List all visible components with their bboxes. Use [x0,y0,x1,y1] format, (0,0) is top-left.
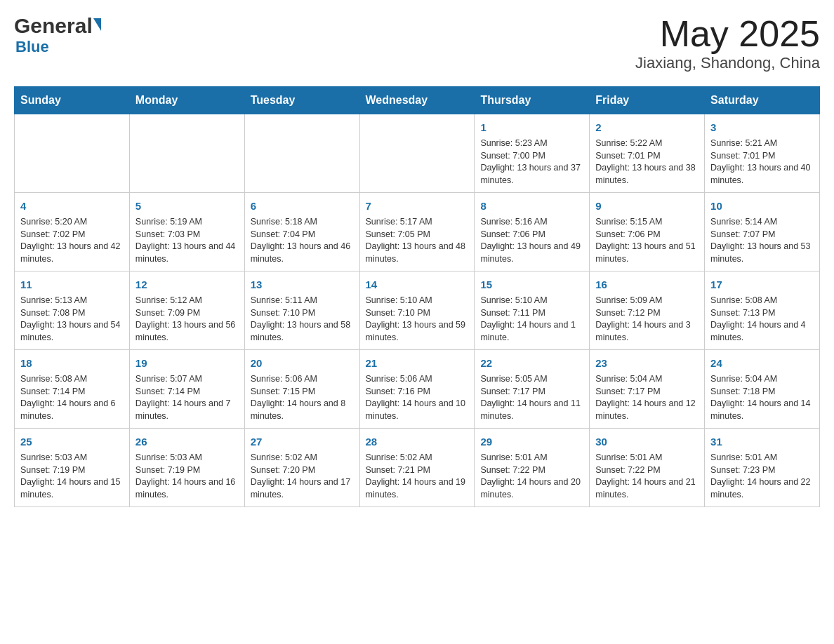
day-info: Sunrise: 5:03 AM Sunset: 7:19 PM Dayligh… [20,452,124,501]
calendar-day-cell [359,114,475,193]
day-number: 11 [20,277,124,292]
calendar-day-cell: 30Sunrise: 5:01 AM Sunset: 7:22 PM Dayli… [590,429,705,507]
day-info: Sunrise: 5:02 AM Sunset: 7:21 PM Dayligh… [366,452,469,501]
day-number: 24 [710,356,814,370]
weekday-header-thursday: Thursday [475,87,590,114]
calendar-day-cell: 14Sunrise: 5:10 AM Sunset: 7:10 PM Dayli… [359,271,475,350]
logo-arrow-icon [93,18,101,31]
day-info: Sunrise: 5:06 AM Sunset: 7:16 PM Dayligh… [366,373,469,422]
calendar-day-cell: 3Sunrise: 5:21 AM Sunset: 7:01 PM Daylig… [705,114,820,193]
calendar-day-cell [244,114,359,193]
weekday-header-row: SundayMondayTuesdayWednesdayThursdayFrid… [15,87,820,114]
calendar-day-cell: 28Sunrise: 5:02 AM Sunset: 7:21 PM Dayli… [359,429,475,507]
logo-general-text: General [14,14,93,38]
day-info: Sunrise: 5:15 AM Sunset: 7:06 PM Dayligh… [595,216,699,265]
day-info: Sunrise: 5:01 AM Sunset: 7:23 PM Dayligh… [710,452,814,501]
day-number: 26 [135,434,239,449]
day-info: Sunrise: 5:20 AM Sunset: 7:02 PM Dayligh… [20,216,124,265]
logo: General Blue [14,14,101,56]
day-info: Sunrise: 5:03 AM Sunset: 7:19 PM Dayligh… [135,452,239,501]
calendar-day-cell: 6Sunrise: 5:18 AM Sunset: 7:04 PM Daylig… [244,193,359,271]
calendar-day-cell: 7Sunrise: 5:17 AM Sunset: 7:05 PM Daylig… [359,193,475,271]
day-number: 6 [251,199,354,213]
day-info: Sunrise: 5:19 AM Sunset: 7:03 PM Dayligh… [135,216,239,265]
day-info: Sunrise: 5:10 AM Sunset: 7:10 PM Dayligh… [366,295,469,344]
calendar-day-cell: 16Sunrise: 5:09 AM Sunset: 7:12 PM Dayli… [590,271,705,350]
calendar-day-cell: 24Sunrise: 5:04 AM Sunset: 7:18 PM Dayli… [705,350,820,429]
day-info: Sunrise: 5:12 AM Sunset: 7:09 PM Dayligh… [135,295,239,344]
day-number: 16 [595,277,699,292]
calendar-day-cell: 23Sunrise: 5:04 AM Sunset: 7:17 PM Dayli… [590,350,705,429]
day-number: 7 [366,199,469,213]
day-number: 8 [480,199,583,213]
day-number: 10 [710,199,814,213]
page-header: General Blue May 2025 Jiaxiang, Shandong… [14,14,820,72]
calendar-week-row: 4Sunrise: 5:20 AM Sunset: 7:02 PM Daylig… [15,193,820,271]
day-info: Sunrise: 5:07 AM Sunset: 7:14 PM Dayligh… [135,373,239,422]
calendar-day-cell: 15Sunrise: 5:10 AM Sunset: 7:11 PM Dayli… [475,271,590,350]
day-number: 9 [595,199,699,213]
weekday-header-wednesday: Wednesday [359,87,475,114]
calendar-week-row: 18Sunrise: 5:08 AM Sunset: 7:14 PM Dayli… [15,350,820,429]
day-info: Sunrise: 5:08 AM Sunset: 7:14 PM Dayligh… [20,373,124,422]
calendar-week-row: 11Sunrise: 5:13 AM Sunset: 7:08 PM Dayli… [15,271,820,350]
day-info: Sunrise: 5:22 AM Sunset: 7:01 PM Dayligh… [595,137,699,187]
calendar-day-cell: 17Sunrise: 5:08 AM Sunset: 7:13 PM Dayli… [705,271,820,350]
calendar-day-cell: 25Sunrise: 5:03 AM Sunset: 7:19 PM Dayli… [15,429,130,507]
day-info: Sunrise: 5:17 AM Sunset: 7:05 PM Dayligh… [366,216,469,265]
day-number: 15 [480,277,583,292]
calendar-title: May 2025 [635,14,820,54]
calendar-day-cell: 5Sunrise: 5:19 AM Sunset: 7:03 PM Daylig… [129,193,244,271]
day-info: Sunrise: 5:06 AM Sunset: 7:15 PM Dayligh… [251,373,354,422]
day-number: 25 [20,434,124,449]
day-number: 14 [366,277,469,292]
day-info: Sunrise: 5:23 AM Sunset: 7:00 PM Dayligh… [480,137,583,187]
day-info: Sunrise: 5:01 AM Sunset: 7:22 PM Dayligh… [595,452,699,501]
day-info: Sunrise: 5:02 AM Sunset: 7:20 PM Dayligh… [251,452,354,501]
day-info: Sunrise: 5:21 AM Sunset: 7:01 PM Dayligh… [710,137,814,187]
day-number: 3 [710,120,814,135]
calendar-header: SundayMondayTuesdayWednesdayThursdayFrid… [15,87,820,114]
calendar-day-cell: 9Sunrise: 5:15 AM Sunset: 7:06 PM Daylig… [590,193,705,271]
day-number: 4 [20,199,124,213]
day-info: Sunrise: 5:04 AM Sunset: 7:17 PM Dayligh… [595,373,699,422]
weekday-header-sunday: Sunday [15,87,130,114]
calendar-day-cell: 4Sunrise: 5:20 AM Sunset: 7:02 PM Daylig… [15,193,130,271]
calendar-day-cell: 19Sunrise: 5:07 AM Sunset: 7:14 PM Dayli… [129,350,244,429]
calendar-day-cell: 18Sunrise: 5:08 AM Sunset: 7:14 PM Dayli… [15,350,130,429]
day-number: 31 [710,434,814,449]
calendar-day-cell: 2Sunrise: 5:22 AM Sunset: 7:01 PM Daylig… [590,114,705,193]
title-block: May 2025 Jiaxiang, Shandong, China [635,14,820,72]
day-number: 21 [366,356,469,370]
day-info: Sunrise: 5:18 AM Sunset: 7:04 PM Dayligh… [251,216,354,265]
day-info: Sunrise: 5:10 AM Sunset: 7:11 PM Dayligh… [480,295,583,344]
weekday-header-saturday: Saturday [705,87,820,114]
calendar-day-cell [129,114,244,193]
day-info: Sunrise: 5:14 AM Sunset: 7:07 PM Dayligh… [710,216,814,265]
day-number: 13 [251,277,354,292]
day-number: 27 [251,434,354,449]
weekday-header-tuesday: Tuesday [244,87,359,114]
calendar-day-cell: 1Sunrise: 5:23 AM Sunset: 7:00 PM Daylig… [475,114,590,193]
calendar-day-cell: 12Sunrise: 5:12 AM Sunset: 7:09 PM Dayli… [129,271,244,350]
day-info: Sunrise: 5:08 AM Sunset: 7:13 PM Dayligh… [710,295,814,344]
calendar-day-cell: 29Sunrise: 5:01 AM Sunset: 7:22 PM Dayli… [475,429,590,507]
day-number: 12 [135,277,239,292]
calendar-day-cell: 22Sunrise: 5:05 AM Sunset: 7:17 PM Dayli… [475,350,590,429]
calendar-week-row: 25Sunrise: 5:03 AM Sunset: 7:19 PM Dayli… [15,429,820,507]
day-number: 2 [595,120,699,135]
day-number: 30 [595,434,699,449]
day-info: Sunrise: 5:01 AM Sunset: 7:22 PM Dayligh… [480,452,583,501]
day-number: 22 [480,356,583,370]
calendar-day-cell: 10Sunrise: 5:14 AM Sunset: 7:07 PM Dayli… [705,193,820,271]
day-number: 17 [710,277,814,292]
day-number: 5 [135,199,239,213]
day-info: Sunrise: 5:05 AM Sunset: 7:17 PM Dayligh… [480,373,583,422]
day-info: Sunrise: 5:04 AM Sunset: 7:18 PM Dayligh… [710,373,814,422]
calendar-day-cell: 31Sunrise: 5:01 AM Sunset: 7:23 PM Dayli… [705,429,820,507]
calendar-day-cell: 8Sunrise: 5:16 AM Sunset: 7:06 PM Daylig… [475,193,590,271]
day-number: 20 [251,356,354,370]
day-number: 1 [480,120,583,135]
day-number: 23 [595,356,699,370]
day-info: Sunrise: 5:11 AM Sunset: 7:10 PM Dayligh… [251,295,354,344]
